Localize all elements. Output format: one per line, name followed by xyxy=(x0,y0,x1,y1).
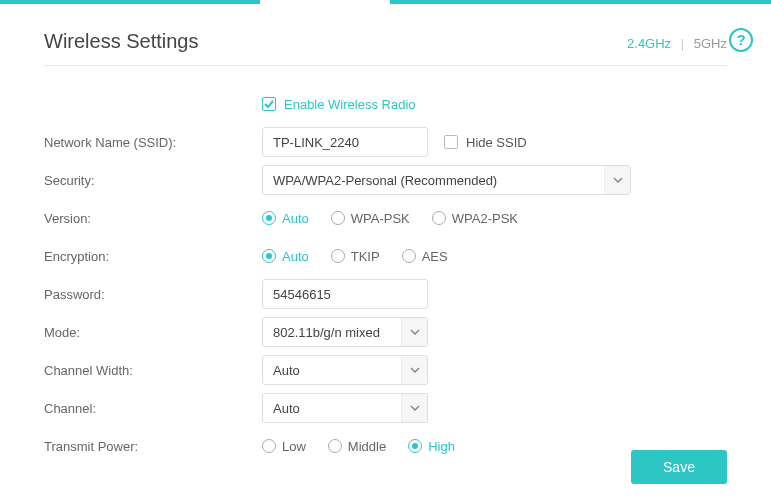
encryption-radio-aes[interactable]: AES xyxy=(402,249,448,264)
enable-wireless-radio-checkbox[interactable]: Enable Wireless Radio xyxy=(262,97,416,112)
version-radio-auto[interactable]: Auto xyxy=(262,211,309,226)
encryption-label: Encryption: xyxy=(44,249,262,264)
encryption-radio-group: Auto TKIP AES xyxy=(262,249,448,264)
radio-icon xyxy=(262,439,276,453)
version-radio-wpa2-psk[interactable]: WPA2-PSK xyxy=(432,211,518,226)
hide-ssid-label: Hide SSID xyxy=(466,135,527,150)
channel-label: Channel: xyxy=(44,401,262,416)
radio-icon xyxy=(262,249,276,263)
password-label: Password: xyxy=(44,287,262,302)
band-24ghz[interactable]: 2.4GHz xyxy=(627,36,671,51)
band-5ghz[interactable]: 5GHz xyxy=(694,36,727,51)
radio-icon xyxy=(432,211,446,225)
transmit-power-radio-high[interactable]: High xyxy=(408,439,455,454)
band-separator: | xyxy=(681,36,684,51)
mode-label: Mode: xyxy=(44,325,262,340)
password-input[interactable] xyxy=(262,279,428,309)
transmit-power-radio-middle[interactable]: Middle xyxy=(328,439,386,454)
page-title: Wireless Settings xyxy=(44,30,199,53)
security-label: Security: xyxy=(44,173,262,188)
check-icon xyxy=(262,97,276,111)
save-button[interactable]: Save xyxy=(631,450,727,484)
mode-value: 802.11b/g/n mixed xyxy=(273,325,380,340)
channel-width-label: Channel Width: xyxy=(44,363,262,378)
radio-icon xyxy=(328,439,342,453)
radio-icon xyxy=(402,249,416,263)
channel-value: Auto xyxy=(273,401,300,416)
band-toggle: 2.4GHz | 5GHz xyxy=(627,36,727,51)
channel-width-select[interactable]: Auto xyxy=(262,355,428,385)
mode-select[interactable]: 802.11b/g/n mixed xyxy=(262,317,428,347)
channel-width-value: Auto xyxy=(273,363,300,378)
security-value: WPA/WPA2-Personal (Recommended) xyxy=(273,173,497,188)
version-label: Version: xyxy=(44,211,262,226)
chevron-down-icon xyxy=(401,356,427,384)
security-select[interactable]: WPA/WPA2-Personal (Recommended) xyxy=(262,165,631,195)
ssid-input[interactable] xyxy=(262,127,428,157)
channel-select[interactable]: Auto xyxy=(262,393,428,423)
version-radio-group: Auto WPA-PSK WPA2-PSK xyxy=(262,211,518,226)
radio-icon xyxy=(408,439,422,453)
chevron-down-icon xyxy=(401,318,427,346)
top-accent-bar xyxy=(0,0,771,4)
encryption-radio-auto[interactable]: Auto xyxy=(262,249,309,264)
version-radio-wpa-psk[interactable]: WPA-PSK xyxy=(331,211,410,226)
radio-icon xyxy=(331,249,345,263)
transmit-power-label: Transmit Power: xyxy=(44,439,262,454)
encryption-radio-tkip[interactable]: TKIP xyxy=(331,249,380,264)
checkbox-icon xyxy=(444,135,458,149)
hide-ssid-checkbox[interactable]: Hide SSID xyxy=(444,135,527,150)
help-icon[interactable]: ? xyxy=(729,28,753,52)
chevron-down-icon xyxy=(604,166,630,194)
transmit-power-radio-low[interactable]: Low xyxy=(262,439,306,454)
chevron-down-icon xyxy=(401,394,427,422)
transmit-power-radio-group: Low Middle High xyxy=(262,439,455,454)
enable-wireless-radio-label: Enable Wireless Radio xyxy=(284,97,416,112)
radio-icon xyxy=(262,211,276,225)
radio-icon xyxy=(331,211,345,225)
ssid-label: Network Name (SSID): xyxy=(44,135,262,150)
